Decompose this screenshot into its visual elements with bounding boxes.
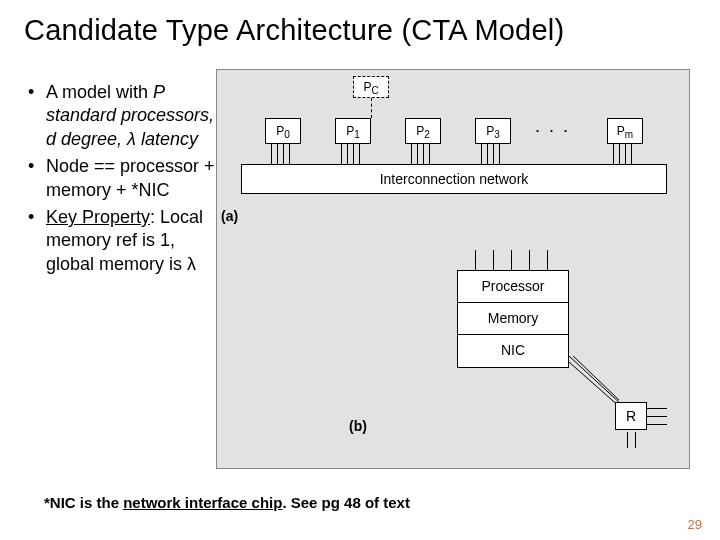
p0-box: P0 [265,118,301,144]
p1-box: P1 [335,118,371,144]
router-box: R [615,402,647,430]
bullet-1: A model with P standard processors, d de… [42,81,216,151]
pc-dashed-link [371,98,372,118]
nic-to-r-links [569,356,629,406]
bullet-3: Key Property: Local memory ref is 1, glo… [42,206,216,276]
cta-diagram: PC P0 P1 P2 P3 · · · Pm Interconnection … [216,69,690,469]
detail-nic: NIC [458,335,568,367]
detail-memory: Memory [458,303,568,335]
p3-box: P3 [475,118,511,144]
svg-line-1 [569,362,621,408]
footnote: *NIC is the network interface chip. See … [44,494,410,511]
pm-box: Pm [607,118,643,144]
page-number: 29 [688,517,702,532]
label-a: (a) [221,208,238,224]
slide-title: Candidate Type Architecture (CTA Model) [0,0,720,47]
bullet-list: A model with P standard processors, d de… [24,81,216,280]
interconnect-box: Interconnection network [241,164,667,194]
bullet-2: Node == processor + memory + *NIC [42,155,216,202]
label-b: (b) [349,418,367,434]
svg-line-0 [569,356,621,404]
content-row: A model with P standard processors, d de… [0,47,720,280]
ellipsis: · · · [535,120,570,141]
pc-box: PC [353,76,389,98]
diagram-wrap: PC P0 P1 P2 P3 · · · Pm Interconnection … [216,81,720,280]
p2-box: P2 [405,118,441,144]
node-detail-box: Processor Memory NIC [457,270,569,368]
detail-processor: Processor [458,271,568,303]
